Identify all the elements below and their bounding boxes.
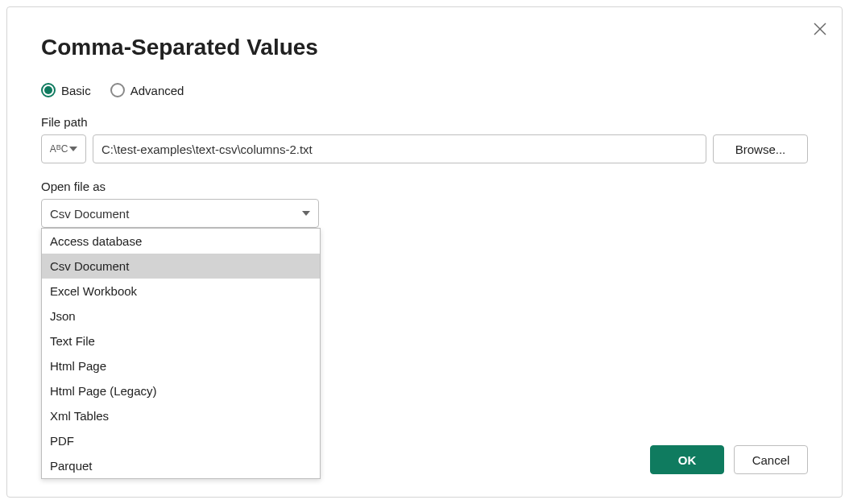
file-path-row: ABC Browse... [41, 134, 808, 163]
mode-advanced-radio[interactable]: Advanced [110, 83, 184, 97]
radio-icon [110, 83, 125, 97]
text-type-icon: ABC [50, 143, 68, 155]
chevron-down-icon [69, 145, 77, 153]
dropdown-option[interactable]: Text File [42, 328, 320, 353]
svg-marker-3 [302, 211, 310, 216]
open-as-field: Csv Document Access database Csv Documen… [41, 199, 319, 228]
dropdown-option[interactable]: Csv Document [42, 254, 320, 279]
dropdown-option[interactable]: Html Page (Legacy) [42, 378, 320, 403]
radio-icon [41, 83, 56, 97]
column-type-button[interactable]: ABC [41, 134, 86, 163]
dialog-title: Comma-Separated Values [41, 35, 808, 60]
dropdown-option[interactable]: Html Page [42, 353, 320, 378]
file-path-input[interactable] [93, 134, 706, 163]
dropdown-option[interactable]: PDF [42, 428, 320, 453]
dropdown-option[interactable]: Excel Workbook [42, 279, 320, 304]
csv-connector-dialog: Comma-Separated Values Basic Advanced Fi… [6, 6, 843, 498]
svg-marker-2 [69, 147, 77, 151]
file-path-label: File path [41, 115, 808, 129]
mode-basic-radio[interactable]: Basic [41, 83, 91, 97]
open-as-dropdown: Access database Csv Document Excel Workb… [41, 228, 321, 479]
ok-button[interactable]: OK [650, 445, 724, 474]
cancel-button[interactable]: Cancel [734, 445, 808, 474]
close-icon [813, 22, 827, 36]
dropdown-option[interactable]: Xml Tables [42, 403, 320, 428]
mode-advanced-label: Advanced [130, 84, 184, 97]
dropdown-option[interactable]: Json [42, 304, 320, 328]
close-button[interactable] [810, 19, 830, 39]
mode-radio-group: Basic Advanced [41, 83, 808, 97]
open-as-label: Open file as [41, 180, 808, 193]
browse-button[interactable]: Browse... [713, 134, 808, 163]
open-as-selected-value: Csv Document [50, 207, 129, 221]
chevron-down-icon [302, 209, 310, 217]
mode-basic-label: Basic [61, 84, 91, 97]
dropdown-option[interactable]: Access database [42, 229, 320, 254]
open-as-select[interactable]: Csv Document [41, 199, 319, 228]
dropdown-option[interactable]: Parquet [42, 453, 320, 478]
